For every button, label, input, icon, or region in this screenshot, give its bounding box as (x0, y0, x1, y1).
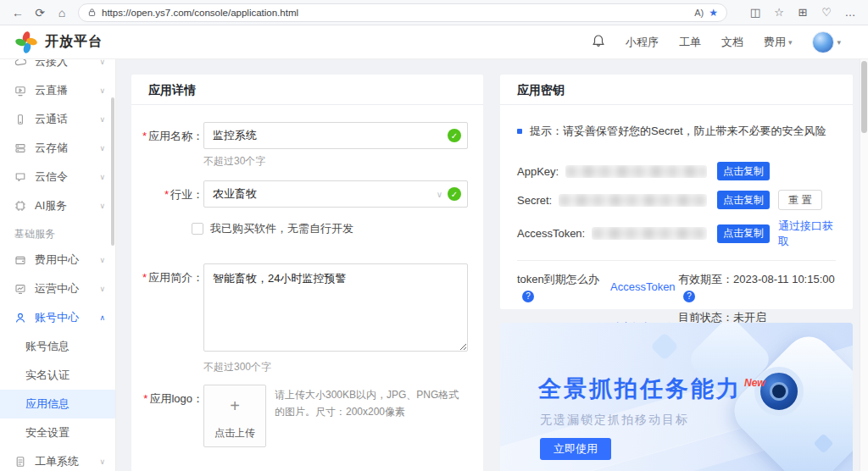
nav-billing[interactable]: 费用 ▾ (764, 35, 793, 50)
detail-panel-title: 应用详情 (131, 75, 483, 105)
sidebar-item-label: 运营中心 (35, 281, 79, 296)
sidebar-item-label: 云存储 (35, 141, 68, 156)
app-header: 开放平台 小程序 工单 文档 费用 ▾ ▾ (0, 25, 868, 59)
nav-ticket[interactable]: 工单 (679, 35, 701, 50)
accesstoken-label: AccessToken: (517, 227, 585, 240)
browser-toolbar: ← ⟳ ⌂ https://open.ys7.com/console/appli… (0, 0, 868, 25)
copy-appkey-button[interactable]: 点击复制 (717, 162, 770, 180)
secret-row: Secret: 点击复制 重 置 (517, 190, 836, 210)
read-aloud-icon[interactable]: A) (694, 8, 704, 18)
nav-mini-program[interactable]: 小程序 (626, 35, 659, 50)
sidebar-child-label: 实名认证 (25, 368, 70, 383)
sidebar-item-label: 费用中心 (35, 252, 79, 268)
address-bar[interactable]: https://open.ys7.com/console/application… (78, 3, 727, 22)
sidebar-item-cloud-storage[interactable]: 云存储 ∨ (0, 134, 115, 163)
copy-accesstoken-button[interactable]: 点击复制 (717, 224, 770, 243)
sidebar-item-billing-center[interactable]: 费用中心 ∨ (0, 246, 115, 274)
home-icon[interactable]: ⌂ (51, 3, 73, 23)
token-validity: 有效期至：2023-08-11 10:15:00? (678, 272, 836, 302)
chevron-down-icon: ∨ (99, 86, 105, 95)
sidebar-item-ticket-system[interactable]: 工单系统 ∨ (0, 447, 115, 471)
required-mark: * (142, 130, 147, 142)
platform-logo-icon[interactable] (15, 31, 37, 53)
storage-icon (14, 142, 27, 154)
sidebar-item-label: 工单系统 (35, 454, 79, 469)
chevron-down-icon: ∨ (99, 144, 105, 152)
accesstoken-doc-link[interactable]: AccessToken (610, 280, 676, 293)
question-icon[interactable]: ? (683, 291, 695, 302)
app-logo-label: *应用logo： (131, 385, 203, 447)
question-icon[interactable]: ? (522, 291, 534, 302)
wallet-icon (14, 254, 27, 266)
chevron-up-icon: ∧ (99, 313, 105, 322)
nav-docs[interactable]: 文档 (721, 35, 743, 50)
refresh-icon[interactable]: ⟳ (29, 3, 51, 23)
appkey-label: AppKey: (517, 165, 559, 178)
more-icon[interactable]: … (839, 3, 861, 23)
main-content: 应用详情 *应用名称： ✓ 不超过30个字 *行业： (116, 59, 860, 471)
promo-banner[interactable]: 全景抓拍任务能力New 无遗漏锁定抓拍移动目标 立即使用 (500, 323, 853, 471)
reset-secret-button[interactable]: 重 置 (778, 190, 822, 210)
application-secret-panel: 应用密钥 提示：请妥善保管好您的Secret，防止带来不必要的安全风险 AppK… (500, 75, 853, 309)
favorite-star-icon[interactable]: ★ (709, 7, 718, 19)
valid-check-icon: ✓ (448, 129, 461, 142)
avatar[interactable] (812, 31, 834, 53)
required-mark: * (142, 271, 147, 284)
favorites-icon[interactable]: ☆ (768, 3, 790, 23)
secret-panel-title: 应用密钥 (500, 75, 853, 105)
bell-icon[interactable] (592, 34, 605, 50)
industry-select[interactable] (203, 180, 468, 208)
accesstoken-row: AccessToken: 点击复制 通过接口获取 (517, 219, 836, 248)
app-intro-label: *应用简介： (131, 263, 203, 374)
sidebar-child-label: 应用信息 (25, 396, 70, 412)
banner-title: 全景抓拍任务能力New (538, 374, 765, 404)
sidebar-item-label: 云通话 (35, 112, 68, 127)
secret-value-masked (559, 194, 707, 207)
copy-secret-button[interactable]: 点击复制 (717, 191, 770, 209)
browser-essentials-icon[interactable]: ♡ (815, 3, 837, 23)
lock-icon (87, 5, 97, 20)
sidebar-item-operation-center[interactable]: 运营中心 ∨ (0, 274, 115, 303)
logo-upload-button[interactable]: + 点击上传 (203, 385, 266, 447)
sidebar-item-cloud-signal[interactable]: 云信令 ∨ (0, 163, 115, 191)
page-scrollbar[interactable] (860, 59, 868, 471)
use-now-button[interactable]: 立即使用 (540, 438, 611, 460)
sidebar: 云接入 ∨ 云直播 ∨ 云通话 ∨ 云存储 ∨ 云信令 ∨ AI服务 ∨ 基础 (0, 59, 116, 471)
bullet-icon (517, 129, 522, 134)
checkbox[interactable] (192, 223, 203, 235)
banner-subtitle: 无遗漏锁定抓拍移动目标 (540, 413, 689, 428)
user-icon (14, 312, 27, 324)
chevron-down-icon: ∨ (99, 285, 105, 293)
sidebar-item-cloud-access[interactable]: 云接入 ∨ (0, 59, 115, 76)
phone-icon (14, 114, 27, 125)
page-title: 开放平台 (45, 33, 103, 51)
chevron-down-icon: ∨ (99, 202, 105, 210)
sidebar-item-cloud-live[interactable]: 云直播 ∨ (0, 76, 115, 105)
user-menu[interactable]: ▾ (812, 31, 841, 53)
back-icon[interactable]: ← (7, 3, 29, 23)
sidebar-item-application-info[interactable]: 应用信息 (0, 390, 115, 418)
app-name-input[interactable] (203, 122, 468, 149)
page-scrollbar-thumb[interactable] (861, 61, 867, 133)
sidebar-item-account-info[interactable]: 账号信息 (0, 332, 115, 361)
app-intro-textarea[interactable]: 智能畜牧，24小时监控预警 (203, 263, 468, 352)
sidebar-item-cloud-call[interactable]: 云通话 ∨ (0, 105, 115, 134)
app-name-helper: 不超过30个字 (203, 154, 468, 169)
chevron-down-icon: ∨ (99, 173, 105, 181)
sidebar-item-ai-service[interactable]: AI服务 ∨ (0, 191, 115, 220)
sidebar-item-realname-auth[interactable]: 实名认证 (0, 361, 115, 390)
sidebar-item-security-settings[interactable]: 安全设置 (0, 418, 115, 447)
accesstoken-value-masked (592, 227, 707, 240)
banner-illustration (650, 332, 679, 361)
purchased-software-option[interactable]: 我已购买软件，无需自行开发 (192, 221, 468, 236)
collections-icon[interactable]: ⊞ (792, 3, 814, 23)
token-expire-question[interactable]: token到期怎么办? (517, 272, 610, 302)
sidebar-item-label: 云信令 (35, 169, 68, 185)
app-intro-helper: 不超过300个字 (203, 360, 468, 374)
sidebar-item-account-center[interactable]: 账号中心 ∧ (0, 303, 115, 332)
chevron-down-icon: ∨ (99, 256, 105, 264)
document-icon (14, 456, 27, 468)
sidebar-scrollbar-thumb[interactable] (111, 97, 114, 246)
split-screen-icon[interactable]: ◫ (744, 3, 766, 23)
get-token-via-api-link[interactable]: 通过接口获取 (778, 219, 836, 248)
